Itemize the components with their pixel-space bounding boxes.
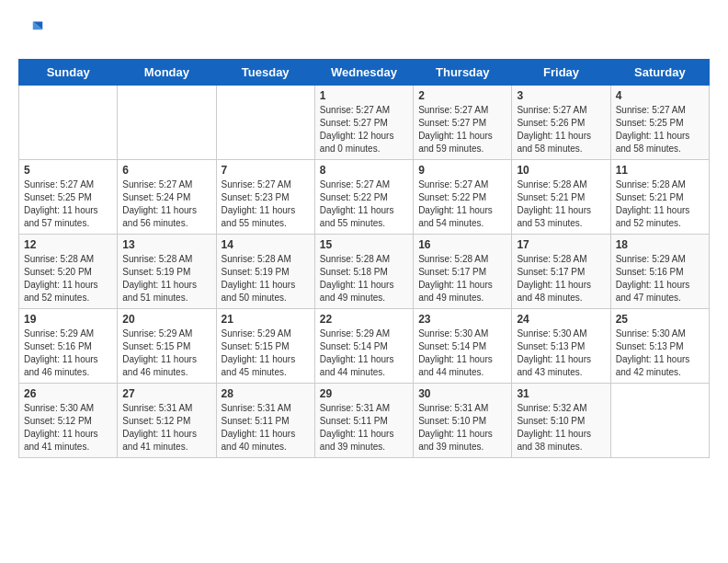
calendar-cell: 26Sunrise: 5:30 AM Sunset: 5:12 PM Dayli…: [19, 384, 118, 458]
page-header: [18, 18, 710, 44]
calendar-cell: 5Sunrise: 5:27 AM Sunset: 5:25 PM Daylig…: [19, 160, 118, 235]
calendar-cell: 28Sunrise: 5:31 AM Sunset: 5:11 PM Dayli…: [216, 384, 314, 458]
day-number: 8: [320, 164, 408, 177]
day-info: Sunrise: 5:32 AM Sunset: 5:10 PM Dayligh…: [517, 402, 605, 454]
calendar-cell: 15Sunrise: 5:28 AM Sunset: 5:18 PM Dayli…: [314, 235, 413, 309]
weekday-header: Sunday: [19, 60, 118, 86]
day-info: Sunrise: 5:28 AM Sunset: 5:19 PM Dayligh…: [222, 253, 310, 304]
calendar: SundayMondayTuesdayWednesdayThursdayFrid…: [18, 59, 710, 458]
day-number: 4: [616, 89, 704, 102]
day-info: Sunrise: 5:30 AM Sunset: 5:14 PM Dayligh…: [418, 327, 506, 379]
calendar-cell: 8Sunrise: 5:27 AM Sunset: 5:22 PM Daylig…: [314, 160, 413, 235]
day-number: 28: [222, 387, 310, 400]
day-number: 30: [418, 387, 506, 400]
day-number: 3: [517, 89, 605, 102]
calendar-cell: 13Sunrise: 5:28 AM Sunset: 5:19 PM Dayli…: [118, 235, 216, 309]
calendar-cell: 24Sunrise: 5:30 AM Sunset: 5:13 PM Dayli…: [512, 309, 610, 384]
day-number: 25: [616, 313, 704, 326]
day-number: 22: [320, 313, 408, 326]
calendar-cell: 20Sunrise: 5:29 AM Sunset: 5:15 PM Dayli…: [118, 309, 216, 384]
day-number: 29: [320, 387, 408, 400]
calendar-cell: 7Sunrise: 5:27 AM Sunset: 5:23 PM Daylig…: [216, 160, 314, 235]
calendar-week: 5Sunrise: 5:27 AM Sunset: 5:25 PM Daylig…: [19, 160, 710, 235]
day-number: 11: [616, 164, 704, 177]
calendar-body: 1Sunrise: 5:27 AM Sunset: 5:27 PM Daylig…: [19, 86, 710, 458]
day-number: 9: [418, 164, 506, 177]
day-info: Sunrise: 5:27 AM Sunset: 5:23 PM Dayligh…: [222, 178, 310, 230]
day-number: 5: [24, 164, 112, 177]
calendar-cell: 29Sunrise: 5:31 AM Sunset: 5:11 PM Dayli…: [314, 384, 413, 458]
day-number: 27: [122, 387, 210, 400]
day-info: Sunrise: 5:29 AM Sunset: 5:16 PM Dayligh…: [24, 327, 112, 379]
day-number: 31: [517, 387, 605, 400]
day-info: Sunrise: 5:31 AM Sunset: 5:12 PM Dayligh…: [122, 402, 210, 454]
day-number: 13: [122, 238, 210, 251]
day-number: 23: [418, 313, 506, 326]
calendar-cell: 9Sunrise: 5:27 AM Sunset: 5:22 PM Daylig…: [414, 160, 512, 235]
day-number: 14: [222, 238, 310, 251]
day-info: Sunrise: 5:30 AM Sunset: 5:13 PM Dayligh…: [616, 327, 704, 379]
calendar-cell: 11Sunrise: 5:28 AM Sunset: 5:21 PM Dayli…: [610, 160, 709, 235]
calendar-cell: 21Sunrise: 5:29 AM Sunset: 5:15 PM Dayli…: [216, 309, 314, 384]
calendar-cell: 14Sunrise: 5:28 AM Sunset: 5:19 PM Dayli…: [216, 235, 314, 309]
day-number: 6: [122, 164, 210, 177]
day-info: Sunrise: 5:31 AM Sunset: 5:11 PM Dayligh…: [222, 402, 310, 454]
day-number: 2: [418, 89, 506, 102]
day-info: Sunrise: 5:27 AM Sunset: 5:22 PM Dayligh…: [418, 178, 506, 230]
weekday-header: Monday: [118, 60, 216, 86]
day-info: Sunrise: 5:27 AM Sunset: 5:22 PM Dayligh…: [320, 178, 408, 230]
calendar-cell: 3Sunrise: 5:27 AM Sunset: 5:26 PM Daylig…: [512, 86, 610, 160]
calendar-cell: 10Sunrise: 5:28 AM Sunset: 5:21 PM Dayli…: [512, 160, 610, 235]
calendar-week: 1Sunrise: 5:27 AM Sunset: 5:27 PM Daylig…: [19, 86, 710, 160]
day-info: Sunrise: 5:29 AM Sunset: 5:16 PM Dayligh…: [616, 253, 704, 304]
calendar-cell: 25Sunrise: 5:30 AM Sunset: 5:13 PM Dayli…: [610, 309, 709, 384]
day-number: 12: [24, 238, 112, 251]
calendar-cell: 4Sunrise: 5:27 AM Sunset: 5:25 PM Daylig…: [610, 86, 709, 160]
day-info: Sunrise: 5:28 AM Sunset: 5:18 PM Dayligh…: [320, 253, 408, 304]
calendar-cell: [118, 86, 216, 160]
day-number: 17: [517, 238, 605, 251]
weekday-header: Friday: [512, 60, 610, 86]
weekday-header: Tuesday: [216, 60, 314, 86]
weekday-row: SundayMondayTuesdayWednesdayThursdayFrid…: [19, 60, 710, 86]
day-info: Sunrise: 5:31 AM Sunset: 5:11 PM Dayligh…: [320, 402, 408, 454]
day-info: Sunrise: 5:30 AM Sunset: 5:13 PM Dayligh…: [517, 327, 605, 379]
weekday-header: Wednesday: [314, 60, 413, 86]
day-number: 16: [418, 238, 506, 251]
day-number: 1: [320, 89, 408, 102]
logo-icon: [18, 18, 44, 44]
calendar-cell: 31Sunrise: 5:32 AM Sunset: 5:10 PM Dayli…: [512, 384, 610, 458]
day-info: Sunrise: 5:27 AM Sunset: 5:27 PM Dayligh…: [320, 104, 408, 155]
calendar-cell: 17Sunrise: 5:28 AM Sunset: 5:17 PM Dayli…: [512, 235, 610, 309]
day-info: Sunrise: 5:29 AM Sunset: 5:15 PM Dayligh…: [122, 327, 210, 379]
calendar-cell: 22Sunrise: 5:29 AM Sunset: 5:14 PM Dayli…: [314, 309, 413, 384]
calendar-cell: 6Sunrise: 5:27 AM Sunset: 5:24 PM Daylig…: [118, 160, 216, 235]
calendar-header: SundayMondayTuesdayWednesdayThursdayFrid…: [19, 60, 710, 86]
day-number: 10: [517, 164, 605, 177]
logo: [18, 18, 48, 44]
day-number: 7: [222, 164, 310, 177]
day-info: Sunrise: 5:28 AM Sunset: 5:20 PM Dayligh…: [24, 253, 112, 304]
calendar-cell: [216, 86, 314, 160]
calendar-cell: [19, 86, 118, 160]
day-number: 20: [122, 313, 210, 326]
day-info: Sunrise: 5:27 AM Sunset: 5:27 PM Dayligh…: [418, 104, 506, 155]
calendar-cell: 12Sunrise: 5:28 AM Sunset: 5:20 PM Dayli…: [19, 235, 118, 309]
day-number: 24: [517, 313, 605, 326]
day-number: 19: [24, 313, 112, 326]
day-info: Sunrise: 5:30 AM Sunset: 5:12 PM Dayligh…: [24, 402, 112, 454]
day-number: 15: [320, 238, 408, 251]
day-info: Sunrise: 5:29 AM Sunset: 5:14 PM Dayligh…: [320, 327, 408, 379]
weekday-header: Saturday: [610, 60, 709, 86]
day-info: Sunrise: 5:27 AM Sunset: 5:25 PM Dayligh…: [24, 178, 112, 230]
calendar-week: 12Sunrise: 5:28 AM Sunset: 5:20 PM Dayli…: [19, 235, 710, 309]
calendar-cell: 27Sunrise: 5:31 AM Sunset: 5:12 PM Dayli…: [118, 384, 216, 458]
calendar-cell: 2Sunrise: 5:27 AM Sunset: 5:27 PM Daylig…: [414, 86, 512, 160]
day-info: Sunrise: 5:28 AM Sunset: 5:17 PM Dayligh…: [517, 253, 605, 304]
calendar-week: 19Sunrise: 5:29 AM Sunset: 5:16 PM Dayli…: [19, 309, 710, 384]
day-info: Sunrise: 5:27 AM Sunset: 5:24 PM Dayligh…: [122, 178, 210, 230]
calendar-cell: [610, 384, 709, 458]
calendar-cell: 23Sunrise: 5:30 AM Sunset: 5:14 PM Dayli…: [414, 309, 512, 384]
day-info: Sunrise: 5:28 AM Sunset: 5:21 PM Dayligh…: [616, 178, 704, 230]
weekday-header: Thursday: [414, 60, 512, 86]
